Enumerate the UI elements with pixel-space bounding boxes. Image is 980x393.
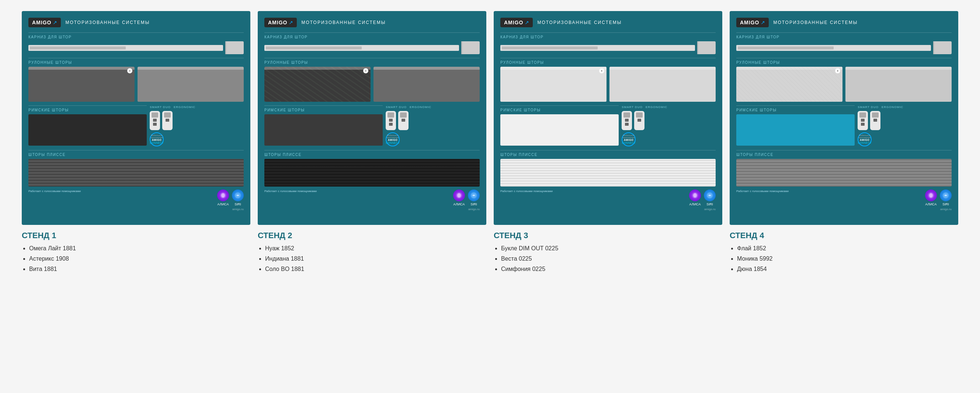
logo-text-2: AMIGO bbox=[268, 19, 287, 25]
pleated-label-2: ШТОРЫ ПЛИССЕ bbox=[264, 150, 480, 157]
cornice-bar-4 bbox=[736, 41, 951, 54]
roller-blinds-3: ● bbox=[500, 67, 716, 102]
remotes-3 bbox=[622, 111, 716, 130]
remotes-1 bbox=[150, 111, 244, 130]
cornice-bar-3 bbox=[500, 41, 716, 54]
siri-label-1: SIRI bbox=[234, 202, 241, 206]
remote-btn-4b bbox=[861, 123, 865, 126]
roller-motor-2a: ● bbox=[363, 68, 368, 73]
roller-top-3a bbox=[500, 67, 606, 70]
voice-text-2: Работает с голосовыми помощниками bbox=[264, 189, 448, 206]
roller-blind-2b bbox=[374, 67, 480, 102]
remote-btn-1c bbox=[165, 119, 169, 122]
main-container: AMIGO ↗ МОТОРИЗОВАННЫЕ СИСТЕМЫ КАРНИЗ ДЛ… bbox=[11, 11, 969, 275]
corner-bracket-3 bbox=[697, 41, 716, 54]
header-subtitle-1: МОТОРИЗОВАННЫЕ СИСТЕМЫ bbox=[65, 20, 150, 25]
stand-title-4: СТЕНД 4 bbox=[730, 231, 958, 240]
middle-row-4: РИМСКИЕ ШТОРЫ SMART DUO ERGONOMIC bbox=[736, 105, 951, 146]
stand-title-1: СТЕНД 1 bbox=[22, 231, 250, 240]
stand-item-3-0: Букле DIM OUT 0225 bbox=[501, 244, 722, 253]
siri-group-3: SIRI bbox=[704, 189, 716, 206]
siri-group-1: SIRI bbox=[232, 189, 244, 206]
alice-icon-2 bbox=[453, 189, 465, 201]
pleated-blind-1 bbox=[29, 159, 244, 186]
remote-screen-3b bbox=[636, 113, 643, 118]
corner-bracket-1 bbox=[225, 41, 244, 54]
roman-col-3: РИМСКИЕ ШТОРЫ bbox=[500, 105, 619, 146]
connect-badge-3: Мобильное приложение AMIGO CONNECT bbox=[622, 132, 636, 146]
connect-badge-2: Мобильное приложение AMIGO CONNECT bbox=[386, 132, 400, 146]
roller-blinds-4: ● bbox=[736, 67, 951, 102]
remote-screen-1a bbox=[151, 113, 158, 118]
remote-1b bbox=[162, 111, 173, 130]
siri-icon-1 bbox=[232, 189, 244, 201]
card-header-3: AMIGO ↗ МОТОРИЗОВАННЫЕ СИСТЕМЫ bbox=[500, 18, 716, 27]
alice-label-4: АЛИСА bbox=[926, 202, 937, 206]
connect-text-1: CONNECT bbox=[150, 142, 164, 145]
remote-btn-2a bbox=[389, 119, 393, 122]
stand-info-4: СТЕНД 4 Флай 1852 Моника 5992 Дюна 1854 bbox=[730, 225, 958, 275]
stand-item-1-1: Астерикс 1908 bbox=[29, 255, 250, 263]
siri-label-3: SIRI bbox=[706, 202, 713, 206]
remotes-4 bbox=[858, 111, 951, 130]
stand-image-2: AMIGO ↗ МОТОРИЗОВАННЫЕ СИСТЕМЫ КАРНИЗ ДЛ… bbox=[258, 11, 486, 225]
connect-amigo-2: AMIGO bbox=[388, 138, 398, 142]
roller-top-2a bbox=[264, 67, 371, 70]
connect-mobile-label-3: Мобильное приложение bbox=[622, 134, 635, 138]
header-subtitle-4: МОТОРИЗОВАННЫЕ СИСТЕМЫ bbox=[773, 20, 858, 25]
svg-point-10 bbox=[929, 193, 933, 197]
remote-btn-4a bbox=[861, 119, 865, 122]
roman-blind-3 bbox=[500, 114, 619, 146]
connect-amigo-3: AMIGO bbox=[624, 138, 633, 142]
bottom-row-1: Работает с голосовыми помощниками АЛИСА bbox=[29, 189, 244, 206]
bottom-row-4: Работает с голосовыми помощниками АЛИСА bbox=[736, 189, 951, 206]
connect-mobile-label-2: Мобильное приложение bbox=[387, 134, 399, 138]
cornice-section-1: КАРНИЗ ДЛЯ ШТОР bbox=[29, 32, 244, 54]
stand-title-3: СТЕНД 3 bbox=[494, 231, 722, 240]
connect-mobile-label-4: Мобильное приложение bbox=[858, 134, 871, 138]
stand-info-1: СТЕНД 1 Омега Лайт 1881 Астерикс 1908 Ви… bbox=[22, 225, 250, 275]
roman-blind-4 bbox=[736, 114, 854, 146]
alice-group-3: АЛИСА bbox=[689, 189, 701, 206]
middle-row-1: РИМСКИЕ ШТОРЫ SMART DUO ERGONOMIC bbox=[29, 105, 244, 146]
remote-btn-2b bbox=[389, 123, 393, 126]
stand-title-2: СТЕНД 2 bbox=[258, 231, 486, 240]
alice-icon-4 bbox=[925, 189, 937, 201]
cornice-section-2: КАРНИЗ ДЛЯ ШТОР bbox=[264, 32, 480, 54]
stand-card-3: AMIGO ↗ МОТОРИЗОВАННЫЕ СИСТЕМЫ КАРНИЗ ДЛ… bbox=[494, 11, 722, 275]
cornice-rail-3 bbox=[500, 45, 695, 51]
stand-item-2-2: Соло BO 1881 bbox=[265, 265, 486, 274]
pleated-label-4: ШТОРЫ ПЛИССЕ bbox=[736, 150, 951, 157]
remote-screen-4b bbox=[872, 113, 878, 118]
logo-box-2: AMIGO ↗ bbox=[264, 18, 297, 27]
controls-4: SMART DUO ERGONOMIC bbox=[858, 105, 951, 146]
roman-blind-2 bbox=[264, 114, 383, 146]
card-header-4: AMIGO ↗ МОТОРИЗОВАННЫЕ СИСТЕМЫ bbox=[736, 18, 951, 27]
logo-text-1: AMIGO bbox=[32, 19, 51, 25]
remote-screen-3a bbox=[624, 113, 630, 118]
stand-list-2: Нуаж 1852 Индиана 1881 Соло BO 1881 bbox=[258, 244, 486, 274]
roman-col-1: РИМСКИЕ ШТОРЫ bbox=[29, 105, 147, 146]
stand-item-3-2: Симфония 0225 bbox=[501, 265, 722, 274]
stand-info-2: СТЕНД 2 Нуаж 1852 Индиана 1881 Соло BO 1… bbox=[258, 225, 486, 275]
roller-blind-3b bbox=[609, 67, 716, 102]
siri-label-2: SIRI bbox=[471, 202, 477, 206]
connect-text-4: CONNECT bbox=[858, 142, 872, 145]
siri-group-2: SIRI bbox=[468, 189, 480, 206]
cornice-rail-4 bbox=[736, 45, 931, 51]
pleated-label-1: ШТОРЫ ПЛИССЕ bbox=[29, 150, 244, 157]
remote-4b bbox=[870, 111, 880, 130]
stand-image-1: AMIGO ↗ МОТОРИЗОВАННЫЕ СИСТЕМЫ КАРНИЗ ДЛ… bbox=[22, 11, 250, 225]
connect-text-2: CONNECT bbox=[386, 142, 400, 145]
cornice-inner-rail-1 bbox=[30, 46, 126, 49]
pleated-section-2: ШТОРЫ ПЛИССЕ Работает с голосовыми помощ… bbox=[264, 150, 480, 206]
stand-item-4-0: Флай 1852 bbox=[737, 244, 958, 253]
alice-label-1: АЛИСА bbox=[218, 202, 229, 206]
smart-label-3: SMART DUO ERGONOMIC bbox=[622, 105, 716, 109]
connect-amigo-1: AMIGO bbox=[152, 138, 161, 142]
roller-top-4a bbox=[736, 67, 843, 70]
stand-item-1-2: Вита 1881 bbox=[29, 265, 250, 274]
remote-btn-1b bbox=[153, 123, 157, 126]
svg-point-4 bbox=[457, 193, 461, 197]
alice-label-3: АЛИСА bbox=[689, 202, 701, 206]
